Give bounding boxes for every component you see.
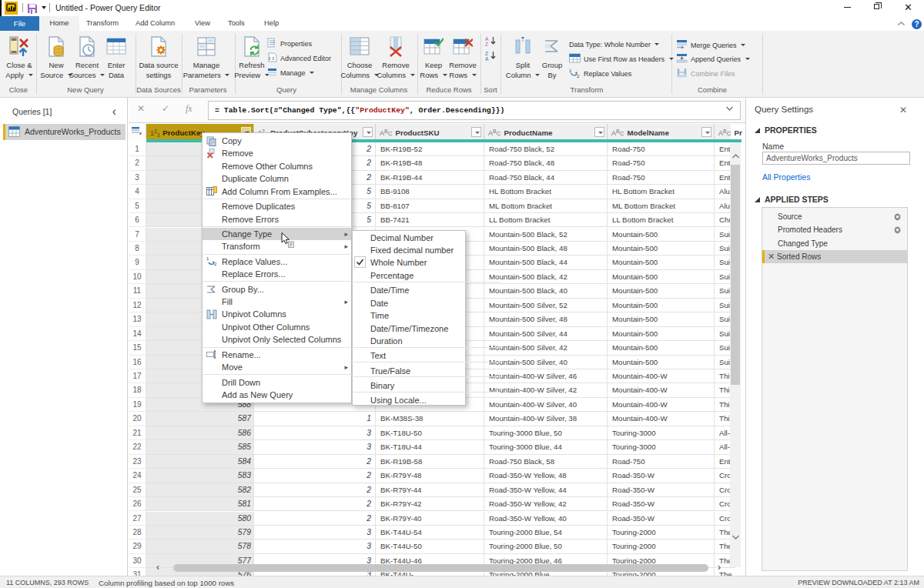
svg-text:Z: Z [485,51,488,56]
svg-text:1: 1 [206,256,209,261]
svg-text:2: 2 [577,74,580,79]
svg-text:1: 1 [569,68,572,73]
svg-text:Z: Z [485,42,488,46]
svg-text:A: A [485,56,489,61]
svg-text:2: 2 [214,262,217,266]
svg-text:A: A [485,36,489,42]
